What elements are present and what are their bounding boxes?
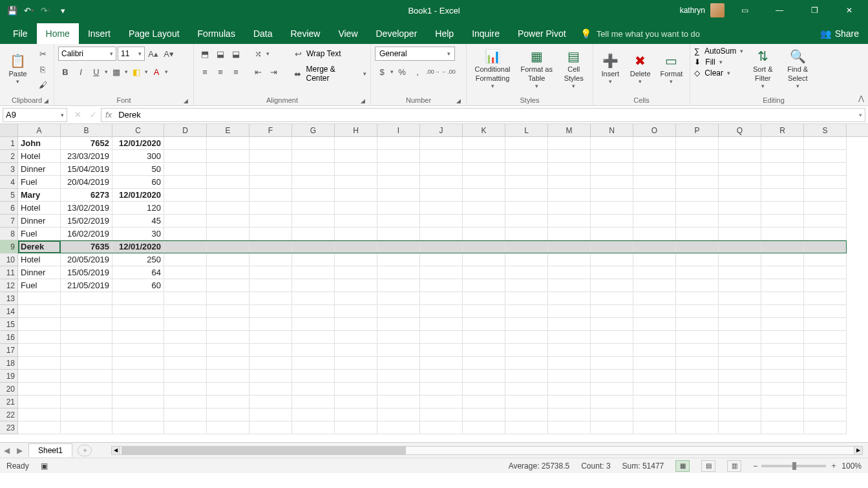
cell[interactable]: Derek (18, 240, 61, 253)
cell[interactable] (591, 331, 633, 344)
row-header[interactable]: 14 (0, 305, 18, 318)
cell[interactable] (676, 150, 719, 163)
cell[interactable] (761, 202, 804, 215)
cell[interactable] (207, 318, 249, 331)
decrease-indent-icon[interactable]: ⇤ (251, 65, 265, 79)
cell[interactable] (249, 253, 292, 266)
cell[interactable] (292, 150, 335, 163)
cell[interactable] (463, 357, 505, 370)
tab-power-pivot[interactable]: Power Pivot (509, 23, 575, 44)
maximize-icon[interactable]: ❐ (799, 0, 829, 21)
cell[interactable] (420, 150, 463, 163)
cell[interactable] (164, 137, 207, 150)
cell[interactable] (505, 253, 548, 266)
cell[interactable] (548, 228, 591, 240)
cell[interactable] (249, 279, 292, 292)
expand-formula-icon[interactable]: ▾ (859, 112, 862, 118)
cell[interactable] (292, 137, 335, 150)
cell[interactable]: 60 (112, 176, 164, 189)
table-row[interactable]: Fuel20/04/201960 (18, 176, 847, 189)
cell[interactable] (633, 137, 676, 150)
cell[interactable] (804, 163, 847, 176)
cell[interactable] (591, 421, 633, 434)
table-row[interactable]: Hotel20/05/2019250 (18, 253, 847, 266)
format-cells-button[interactable]: ▭Format▾ (657, 47, 686, 92)
orientation-icon[interactable]: ⤭ (251, 47, 265, 61)
cell[interactable] (112, 344, 164, 357)
tab-developer[interactable]: Developer (367, 23, 427, 44)
cell[interactable] (761, 189, 804, 202)
cell[interactable] (591, 305, 633, 318)
col-header-P[interactable]: P (676, 124, 719, 136)
cell[interactable]: 30 (112, 228, 164, 240)
cell[interactable] (463, 266, 505, 279)
cell[interactable] (804, 215, 847, 228)
cell[interactable] (719, 318, 761, 331)
cell[interactable] (164, 396, 207, 408)
cell[interactable] (164, 292, 207, 305)
page-break-view-icon[interactable]: ▥ (727, 460, 741, 472)
redo-icon[interactable]: ↷▾ (40, 5, 52, 16)
cell[interactable] (761, 163, 804, 176)
row-header[interactable]: 11 (0, 266, 18, 279)
cell[interactable] (164, 408, 207, 421)
cell[interactable] (61, 292, 112, 305)
cell[interactable] (463, 163, 505, 176)
col-header-R[interactable]: R (761, 124, 804, 136)
cell[interactable] (292, 357, 335, 370)
cell-styles-button[interactable]: ▤Cell Styles▾ (558, 47, 589, 92)
table-row[interactable] (18, 318, 847, 331)
align-middle-icon[interactable]: ⬓ (213, 47, 228, 61)
cell[interactable] (463, 189, 505, 202)
cell[interactable] (335, 357, 377, 370)
cell[interactable] (505, 228, 548, 240)
cell[interactable] (676, 344, 719, 357)
cell[interactable] (633, 318, 676, 331)
page-layout-view-icon[interactable]: ▤ (701, 460, 715, 472)
autosum-button[interactable]: ∑ AutoSum▾ (694, 47, 743, 56)
cell[interactable] (207, 421, 249, 434)
table-row[interactable]: Hotel23/03/2019300 (18, 150, 847, 163)
cell[interactable] (292, 279, 335, 292)
increase-font-icon[interactable]: A▴ (146, 47, 160, 61)
cell[interactable] (804, 305, 847, 318)
cell[interactable] (112, 318, 164, 331)
cell[interactable] (761, 357, 804, 370)
cell[interactable] (164, 228, 207, 240)
cell[interactable] (548, 421, 591, 434)
tab-review[interactable]: Review (282, 23, 330, 44)
cell[interactable] (207, 292, 249, 305)
cell[interactable] (548, 150, 591, 163)
cell[interactable] (633, 331, 676, 344)
fill-color-icon[interactable]: ◧ (129, 65, 143, 79)
cell[interactable]: John (18, 137, 61, 150)
cell[interactable] (164, 279, 207, 292)
format-as-table-button[interactable]: ▦Format as Table▾ (518, 47, 555, 92)
cell[interactable] (676, 383, 719, 396)
cell[interactable] (505, 279, 548, 292)
cell[interactable] (249, 408, 292, 421)
cell[interactable] (207, 202, 249, 215)
cell[interactable] (633, 176, 676, 189)
cell[interactable] (719, 150, 761, 163)
share-button[interactable]: 👥 Share (811, 23, 868, 44)
cell[interactable] (61, 331, 112, 344)
save-icon[interactable]: 💾 (6, 5, 18, 16)
cell[interactable] (548, 357, 591, 370)
cell[interactable] (463, 344, 505, 357)
cell[interactable] (591, 318, 633, 331)
formula-bar[interactable]: fx Derek ▾ (101, 108, 865, 122)
cell[interactable] (676, 292, 719, 305)
cell[interactable] (249, 215, 292, 228)
cell[interactable] (335, 228, 377, 240)
table-row[interactable]: Hotel13/02/2019120 (18, 202, 847, 215)
cell[interactable] (335, 396, 377, 408)
cell[interactable] (463, 253, 505, 266)
cell[interactable] (207, 305, 249, 318)
cell[interactable] (420, 305, 463, 318)
cell[interactable] (761, 292, 804, 305)
table-row[interactable] (18, 292, 847, 305)
cell[interactable] (719, 215, 761, 228)
cell[interactable] (377, 292, 420, 305)
table-row[interactable]: Dinner15/05/201964 (18, 266, 847, 279)
